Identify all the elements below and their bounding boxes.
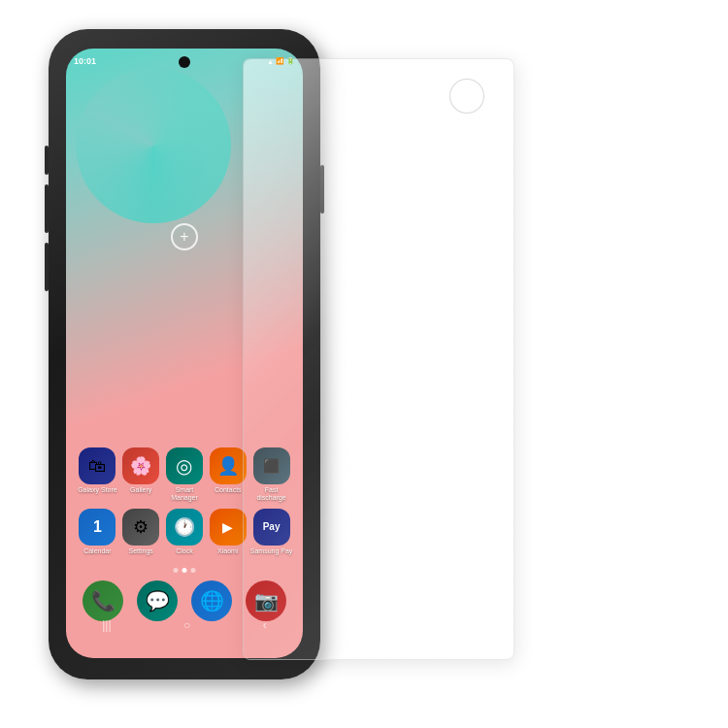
app-item-fast-discharge[interactable]: ⬛ Fast discharge xyxy=(250,447,293,503)
app-icon-clock[interactable]: 🕐 xyxy=(166,509,203,546)
dot-1 xyxy=(174,568,179,573)
app-label-settings: Settings xyxy=(129,547,153,555)
volume-up-button xyxy=(45,184,49,233)
wallpaper-swirl xyxy=(76,68,231,223)
app-item-calendar[interactable]: 1 Calendar xyxy=(76,509,118,555)
clock-glyph: 🕐 xyxy=(174,518,195,536)
recent-apps-button[interactable]: ||| xyxy=(102,618,111,632)
wifi-icon: 📶 xyxy=(276,57,284,65)
bixby-button xyxy=(45,146,49,175)
status-icons: ▲ 📶 🔋 xyxy=(267,57,295,65)
dock-item-messages[interactable]: 💬 xyxy=(136,580,179,621)
fast-discharge-glyph: ⬛ xyxy=(263,459,280,473)
app-item-galaxy-store[interactable]: 🛍 Galaxy Store xyxy=(76,447,118,503)
app-icon-gallery[interactable]: 🌸 xyxy=(122,447,159,484)
dock-icon-browser[interactable]: 🌐 xyxy=(191,580,232,621)
samsung-pay-glyph: Pay xyxy=(263,522,281,532)
app-item-smart-manager[interactable]: ◎ Smart Manager xyxy=(163,447,206,503)
phone-container: 10:01 ▲ 📶 🔋 + xyxy=(49,29,417,689)
dot-2 xyxy=(182,568,187,573)
app-item-contacts[interactable]: 👤 Contacts xyxy=(207,447,249,503)
app-icon-calendar[interactable]: 1 xyxy=(79,509,116,546)
phone-body: 10:01 ▲ 📶 🔋 + xyxy=(49,29,320,679)
settings-glyph: ⚙ xyxy=(133,518,149,536)
calendar-glyph: 1 xyxy=(93,519,102,535)
volume-down-button xyxy=(45,243,49,291)
add-widget-icon: + xyxy=(180,228,188,246)
app-label-contacts: Contacts xyxy=(215,486,242,494)
browser-glyph: 🌐 xyxy=(200,589,224,612)
app-label-smart-manager: Smart Manager xyxy=(163,486,206,503)
app-item-xiaomi[interactable]: ▶ Xiaomi xyxy=(207,509,249,555)
app-icon-galaxy-store[interactable]: 🛍 xyxy=(79,447,116,484)
app-label-clock: Clock xyxy=(176,547,193,555)
galaxy-store-glyph: 🛍 xyxy=(88,457,106,475)
scene: 10:01 ▲ 📶 🔋 + xyxy=(0,0,728,728)
app-icon-contacts[interactable]: 👤 xyxy=(210,447,247,484)
app-icon-xiaomi[interactable]: ▶ xyxy=(210,509,247,546)
status-time: 10:01 xyxy=(74,56,96,66)
gallery-glyph: 🌸 xyxy=(130,457,151,475)
front-camera xyxy=(179,56,190,68)
app-label-galaxy-store: Galaxy Store xyxy=(78,486,116,494)
app-row-2: 1 Calendar ⚙ Settings 🕐 xyxy=(76,509,293,555)
app-row-1: 🛍 Galaxy Store 🌸 Gallery xyxy=(76,447,293,503)
dock-icon-phone[interactable]: 📞 xyxy=(83,580,123,621)
xiaomi-glyph: ▶ xyxy=(222,520,233,534)
page-indicator xyxy=(174,568,196,573)
app-icon-fast-discharge[interactable]: ⬛ xyxy=(253,447,290,484)
bottom-dock: 📞 💬 🌐 xyxy=(66,577,303,639)
app-label-samsung-pay: Samsung Pay xyxy=(250,547,293,555)
app-label-calendar: Calendar xyxy=(83,547,111,555)
app-label-gallery: Gallery xyxy=(130,486,151,494)
add-widget-circle[interactable]: + xyxy=(171,223,198,250)
dock-item-camera[interactable]: 📷 xyxy=(245,580,287,621)
app-icon-samsung-pay[interactable]: Pay xyxy=(253,509,290,546)
protector-corner-circle xyxy=(449,79,484,114)
nav-bar: ||| ○ ‹ xyxy=(66,616,303,634)
app-icon-settings[interactable]: ⚙ xyxy=(122,509,159,546)
battery-icon: 🔋 xyxy=(286,57,295,65)
app-item-samsung-pay[interactable]: Pay Samsung Pay xyxy=(250,509,293,555)
app-item-settings[interactable]: ⚙ Settings xyxy=(119,509,162,555)
dock-icon-camera[interactable]: 📷 xyxy=(246,580,286,621)
app-label-fast-discharge: Fast discharge xyxy=(250,486,293,503)
phone-screen: 10:01 ▲ 📶 🔋 + xyxy=(66,49,303,658)
app-label-xiaomi: Xiaomi xyxy=(217,547,238,555)
messages-glyph: 💬 xyxy=(146,589,170,612)
dock-item-phone[interactable]: 📞 xyxy=(82,580,124,621)
power-button xyxy=(320,165,324,214)
contacts-glyph: 👤 xyxy=(217,457,239,475)
dot-3 xyxy=(191,568,196,573)
app-item-clock[interactable]: 🕐 Clock xyxy=(163,509,206,555)
add-widget-button[interactable]: + xyxy=(171,223,198,250)
phone-glyph: 📞 xyxy=(91,589,116,612)
app-item-gallery[interactable]: 🌸 Gallery xyxy=(119,447,162,503)
back-button[interactable]: ‹ xyxy=(263,618,267,632)
dock-icon-messages[interactable]: 💬 xyxy=(137,580,178,621)
dock-item-browser[interactable]: 🌐 xyxy=(190,580,233,621)
smart-manager-glyph: ◎ xyxy=(176,456,192,476)
camera-glyph: 📷 xyxy=(254,589,279,612)
app-grid: 🛍 Galaxy Store 🌸 Gallery xyxy=(66,447,303,561)
app-icon-smart-manager[interactable]: ◎ xyxy=(166,447,203,484)
home-button[interactable]: ○ xyxy=(183,618,190,632)
signal-icon: ▲ xyxy=(267,58,274,65)
